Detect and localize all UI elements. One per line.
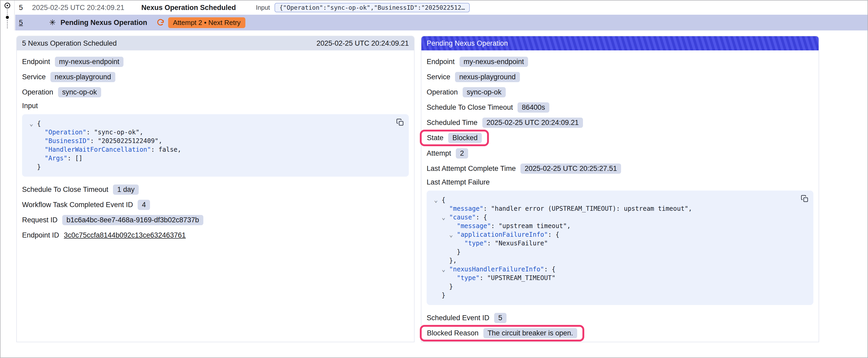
json-token: false bbox=[158, 146, 177, 153]
event-id-link[interactable]: 5 bbox=[19, 4, 32, 12]
pending-operation-panel: Pending Nexus Operation Endpointmy-nexus… bbox=[421, 36, 819, 342]
json-token: , bbox=[158, 137, 162, 144]
scheduled-event-panel-header: 5 Nexus Operation Scheduled 2025-02-25 U… bbox=[17, 36, 414, 51]
failure-json-viewer: ⌄ { "message": "handler error (UPSTREAM_… bbox=[427, 191, 813, 305]
field-label-operation: Operation bbox=[427, 88, 458, 96]
input-preview-chip: {"Operation":"sync-op-ok","BusinessID":"… bbox=[275, 3, 469, 12]
scheduled-event-panel: 5 Nexus Operation Scheduled 2025-02-25 U… bbox=[16, 36, 414, 342]
json-token: } bbox=[434, 283, 453, 290]
event-detail-area: 5 Nexus Operation Scheduled 2025-02-25 U… bbox=[1, 30, 867, 342]
field-operation: Operationsync-op-ok bbox=[22, 87, 101, 98]
json-key: "Operation" bbox=[45, 129, 87, 136]
json-line: ⌄ { bbox=[29, 120, 401, 128]
json-token: } bbox=[434, 248, 461, 256]
collapse-chevron-icon[interactable]: ⌄ bbox=[442, 214, 449, 221]
json-token: "UPSTREAM_TIMEOUT" bbox=[487, 274, 555, 282]
panel-timestamp: 2025-02-25 UTC 20:24:09.21 bbox=[316, 39, 409, 47]
panel-title: Pending Nexus Operation bbox=[427, 39, 508, 47]
json-token: "handler error (UPSTREAM_TIMEOUT): upstr… bbox=[491, 205, 688, 212]
json-line: } bbox=[434, 291, 806, 300]
json-token bbox=[434, 240, 464, 247]
timeline-connector bbox=[7, 20, 8, 28]
json-token: { bbox=[37, 120, 41, 127]
field-value-badge-blocked-reason: The circuit breaker is open. bbox=[484, 328, 578, 338]
json-key: "Args" bbox=[45, 155, 67, 162]
retry-icon bbox=[157, 19, 164, 27]
json-token: { bbox=[442, 196, 445, 204]
json-token: , bbox=[567, 222, 570, 230]
field-workflow-task-completed-event-id: Workflow Task Completed Event ID4 bbox=[22, 199, 150, 210]
json-line: "type": "UPSTREAM_TIMEOUT" bbox=[434, 274, 806, 283]
field-last-attempt-complete-time: Last Attempt Complete Time2025-02-25 UTC… bbox=[427, 163, 621, 174]
json-line: "message": "upstream timeout", bbox=[434, 222, 806, 230]
json-line: "message": "handler error (UPSTREAM_TIME… bbox=[434, 204, 806, 213]
json-token: : bbox=[87, 129, 94, 136]
json-token: : { bbox=[544, 266, 555, 273]
json-token bbox=[434, 274, 457, 282]
field-value-link-endpoint-id[interactable]: 3c0c75ccfa8144b092c13ce632463761 bbox=[64, 231, 186, 239]
json-key: "BusinessID" bbox=[45, 137, 90, 144]
panel-body: Endpointmy-nexus-endpointServicenexus-pl… bbox=[422, 51, 818, 349]
field-operation: Operationsync-op-ok bbox=[427, 87, 506, 98]
json-token bbox=[29, 129, 45, 136]
pending-operation-row[interactable]: 5 ✳ Pending Nexus Operation Attempt 2 • … bbox=[15, 15, 867, 30]
field-label-endpoint: Endpoint bbox=[22, 58, 50, 66]
field-value-badge-schedule-to-close-timeout: 1 day bbox=[113, 185, 139, 195]
field-endpoint-id: Endpoint ID3c0c75ccfa8144b092c13ce632463… bbox=[22, 230, 186, 241]
json-line: "Args": [] bbox=[29, 154, 401, 163]
field-label-service: Service bbox=[427, 73, 450, 81]
json-token bbox=[29, 137, 45, 144]
pending-operation-title: Pending Nexus Operation bbox=[60, 19, 147, 27]
field-value-badge-operation: sync-op-ok bbox=[58, 87, 101, 97]
field-blocked-reason-highlighted: Blocked ReasonThe circuit breaker is ope… bbox=[420, 325, 584, 341]
json-key: "HandlerWaitForCancellation" bbox=[45, 146, 151, 153]
json-token: [] bbox=[75, 155, 83, 162]
json-line: "BusinessID": "20250225122409", bbox=[29, 137, 401, 145]
json-token: : bbox=[491, 222, 499, 230]
json-line: ⌄ "applicationFailureInfo": { bbox=[434, 230, 806, 239]
field-label-operation: Operation bbox=[22, 88, 53, 96]
field-label-blocked-reason: Blocked Reason bbox=[427, 329, 479, 337]
json-token: "sync-op-ok" bbox=[94, 129, 140, 136]
retry-status-badge: Attempt 2 • Next Retry bbox=[168, 17, 245, 28]
json-key: "type" bbox=[464, 240, 487, 247]
json-token: } bbox=[29, 163, 41, 171]
json-token: : { bbox=[476, 214, 487, 221]
field-value-badge-endpoint: my-nexus-endpoint bbox=[55, 57, 124, 67]
copy-button[interactable] bbox=[801, 195, 809, 203]
field-label-endpoint: Endpoint bbox=[427, 58, 455, 66]
copy-button[interactable] bbox=[396, 118, 404, 126]
json-key: "applicationFailureInfo" bbox=[457, 231, 548, 238]
field-value-badge-workflow-task-completed-event-id: 4 bbox=[138, 200, 150, 210]
pending-asterisk-icon: ✳ bbox=[49, 19, 56, 27]
timeline-event-node-icon bbox=[4, 3, 10, 8]
collapse-chevron-icon[interactable]: ⌄ bbox=[449, 231, 457, 238]
json-token bbox=[29, 155, 45, 162]
collapse-chevron-icon[interactable]: ⌄ bbox=[434, 196, 442, 204]
json-token: , bbox=[178, 146, 181, 153]
field-endpoint: Endpointmy-nexus-endpoint bbox=[427, 56, 528, 67]
input-column-label: Input bbox=[256, 4, 270, 11]
field-value-badge-scheduled-time: 2025-02-25 UTC 20:24:09.21 bbox=[482, 118, 583, 128]
json-token: } bbox=[434, 292, 445, 299]
collapse-chevron-icon[interactable]: ⌄ bbox=[442, 266, 449, 273]
json-line: ⌄ { bbox=[434, 196, 806, 204]
field-request-id: Request IDb1c6a4bc-8ee7-468a-9169-df3b02… bbox=[22, 215, 203, 225]
event-id-link[interactable]: 5 bbox=[19, 19, 23, 27]
field-label-workflow-task-completed-event-id: Workflow Task Completed Event ID bbox=[22, 201, 133, 209]
json-token bbox=[434, 214, 442, 221]
json-token: : { bbox=[548, 231, 559, 238]
timeline-pending-node-icon bbox=[6, 16, 9, 19]
field-scheduled-event-id: Scheduled Event ID5 bbox=[427, 312, 506, 323]
json-token bbox=[434, 205, 449, 212]
json-key: "nexusHandlerFailureInfo" bbox=[449, 266, 544, 273]
event-history-row[interactable]: 5 2025-02-25 UTC 20:24:09.21 Nexus Opera… bbox=[15, 1, 867, 15]
json-token: "20250225122409" bbox=[98, 137, 158, 144]
panel-title: 5 Nexus Operation Scheduled bbox=[22, 39, 117, 47]
json-token bbox=[434, 231, 449, 238]
collapse-chevron-icon[interactable]: ⌄ bbox=[29, 120, 37, 127]
field-value-badge-endpoint: my-nexus-endpoint bbox=[460, 57, 528, 67]
json-token: : bbox=[484, 205, 491, 212]
field-label-endpoint-id: Endpoint ID bbox=[22, 231, 59, 239]
field-value-badge-state: Blocked bbox=[448, 133, 482, 143]
